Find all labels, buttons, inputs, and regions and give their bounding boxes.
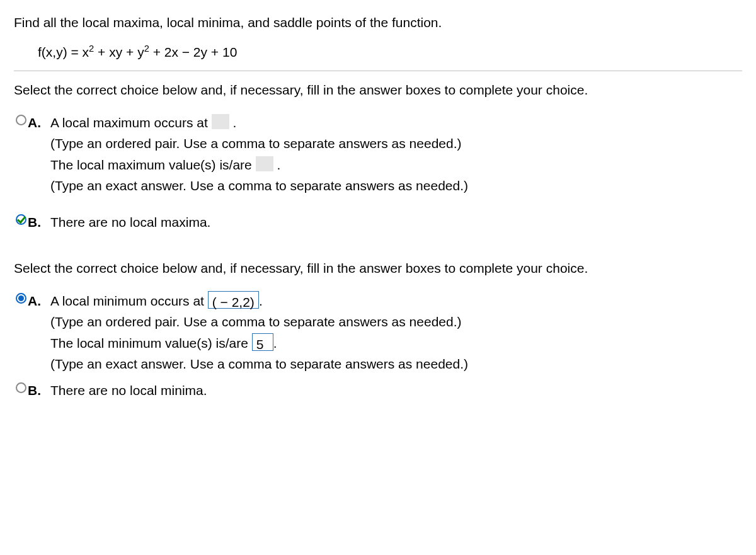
section-1-instruction: Select the correct choice below and, if … xyxy=(14,80,742,100)
q1-radio-b[interactable] xyxy=(16,214,26,225)
q1-radio-a[interactable] xyxy=(16,115,26,125)
q1a-hint2: (Type an exact answer. Use a comma to se… xyxy=(50,176,742,196)
q2a-line1-pre: A local minimum occurs at xyxy=(50,294,208,308)
q1-choice-a: A. A local maximum occurs at . (Type an … xyxy=(14,112,742,197)
q1a-answer-box-2[interactable] xyxy=(256,156,273,171)
problem-statement: Find all the local maxima, local minima,… xyxy=(14,13,742,33)
q2-radio-b[interactable] xyxy=(16,382,26,393)
q1a-line2-pre: The local maximum value(s) is/are xyxy=(50,157,256,172)
superscript-2b: 2 xyxy=(144,43,149,54)
q2a-line2-pre: The local minimum value(s) is/are xyxy=(50,336,252,350)
q2a-hint1: (Type an ordered pair. Use a comma to se… xyxy=(50,312,742,332)
q2a-hint2: (Type an exact answer. Use a comma to se… xyxy=(50,354,742,374)
q1a-hint1: (Type an ordered pair. Use a comma to se… xyxy=(50,134,742,154)
q1a-line1-post: . xyxy=(229,115,237,130)
divider xyxy=(14,71,742,71)
choice-letter: A. xyxy=(28,290,50,311)
eq-part-1: f(x,y) = x xyxy=(38,45,89,59)
q2a-line1-post: . xyxy=(259,294,263,308)
q2a-answer-box-1[interactable]: ( − 2,2) xyxy=(208,291,259,309)
eq-part-3: + 2x − 2y + 10 xyxy=(149,45,238,59)
q1a-line2-post: . xyxy=(273,157,281,172)
choice-letter: B. xyxy=(28,379,50,401)
q1a-answer-box-1[interactable] xyxy=(212,114,229,129)
choice-letter: A. xyxy=(28,112,50,133)
equation: f(x,y) = x2 + xy + y2 + 2x − 2y + 10 xyxy=(14,42,742,62)
q2a-answer-box-2[interactable]: 5 xyxy=(252,333,273,351)
q2-choice-a: A. A local minimum occurs at ( − 2,2). (… xyxy=(14,290,742,375)
q2a-line2-post: . xyxy=(273,336,277,350)
q1b-text: There are no local maxima. xyxy=(50,212,742,232)
choice-letter: B. xyxy=(28,211,50,232)
section-2-instruction: Select the correct choice below and, if … xyxy=(14,258,742,278)
q1a-line1-pre: A local maximum occurs at xyxy=(50,115,212,130)
q2b-text: There are no local minima. xyxy=(50,380,742,401)
q2-choice-b: B. There are no local minima. xyxy=(14,379,742,402)
q1-choice-b: B. There are no local maxima. xyxy=(14,211,742,234)
q2-radio-a[interactable] xyxy=(16,293,26,304)
eq-part-2: + xy + y xyxy=(94,45,144,59)
